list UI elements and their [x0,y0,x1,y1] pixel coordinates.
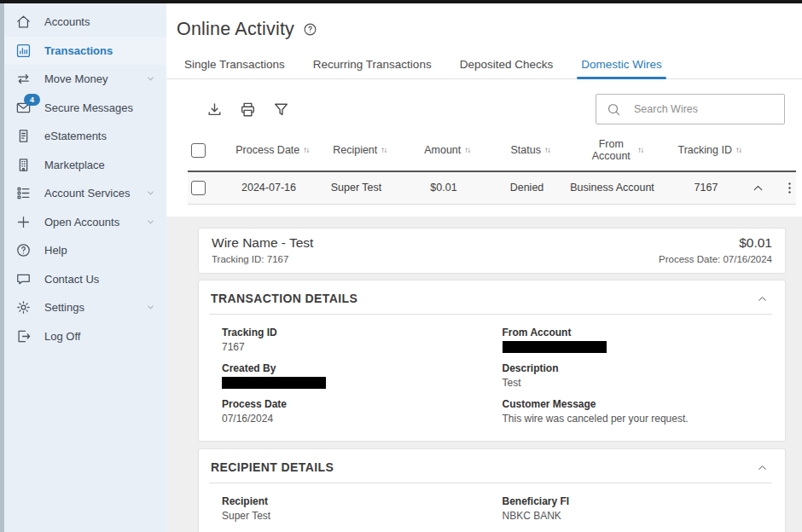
section-recipient-details: RECIPIENT DETAILSRecipientSuper TestBene… [199,449,785,532]
sidebar-item-log-off[interactable]: Log Off [4,322,166,351]
transactions-icon [15,43,32,59]
sidebar-item-transactions[interactable]: Transactions [4,37,166,66]
field-label: Recipient [222,495,492,507]
column-header-status[interactable]: Status↑↓ [494,144,567,156]
help-circle-icon[interactable] [303,22,317,37]
tab-recurring-transactions[interactable]: Recurring Transactions [313,58,432,78]
sidebar-item-open-accounts[interactable]: Open Accounts [4,208,166,237]
sidebar-nav: AccountsTransactionsMove Money4Secure Me… [4,8,166,350]
field-tracking-id: Tracking ID7167 [222,327,492,353]
unread-count-badge: 4 [24,94,40,106]
column-label: From Account [588,138,634,163]
sidebar-item-help[interactable]: Help [4,236,166,265]
page-header: Online Activity [166,3,802,40]
wire-summary-right: $0.01 Process Date: 07/16/2024 [659,235,772,264]
field-label: Beneficiary FI [503,495,773,507]
home-icon [15,14,32,30]
help-icon [15,242,32,258]
field-process-date: Process Date07/16/2024 [222,398,492,425]
tab-deposited-checks[interactable]: Deposited Checks [460,58,554,78]
row-tools [751,181,802,195]
field-label: Description [503,362,773,374]
detail-sections: TRANSACTION DETAILSTracking ID7167From A… [199,280,785,532]
sort-icon: ↑↓ [381,146,386,155]
filter-icon[interactable] [272,101,290,119]
estatements-icon [15,128,32,144]
field-label: Process Date [222,398,492,410]
row-checkbox-cell [188,181,222,195]
sidebar-item-estatements[interactable]: eStatements [4,122,166,151]
column-header-recipient[interactable]: Recipient↑↓ [319,144,400,156]
sort-icon: ↑↓ [544,146,550,155]
wire-summary-left: Wire Name - Test Tracking ID: 7167 [212,235,313,264]
chevron-down-icon [146,303,155,312]
sidebar-item-label: Help [44,244,155,257]
search-icon [606,101,622,118]
sidebar-item-label: eStatements [44,130,155,142]
secure-messages-icon: 4 [15,100,32,116]
wires-table: Process Date↑↓Recipient↑↓Amount↑↓Status↑… [188,135,796,205]
sidebar-item-label: Move Money [44,72,146,85]
table-row[interactable]: 2024-07-16Super Test$0.01DeniedBusiness … [188,172,796,205]
section-fields: RecipientSuper TestBeneficiary FINBKC BA… [209,495,772,532]
column-label: Recipient [333,144,377,156]
activity-toolbar [166,79,802,135]
marketplace-icon [15,157,32,173]
column-header-from-account[interactable]: From Account↑↓ [567,138,665,163]
collapse-row-button[interactable] [751,181,765,195]
move-money-icon [15,71,32,87]
column-header-tracking-id[interactable]: Tracking ID↑↓ [665,144,754,156]
sidebar: AccountsTransactionsMove Money4Secure Me… [0,3,166,532]
collapse-section-button[interactable] [756,461,769,474]
select-all-checkbox[interactable] [191,143,206,158]
cell-amount: $0.01 [397,182,491,194]
row-checkbox[interactable] [191,181,206,195]
search-box[interactable] [596,94,785,124]
account-services-icon [15,185,32,201]
column-label: Tracking ID [678,144,732,156]
column-header-process-date[interactable]: Process Date↑↓ [225,144,319,156]
section-fields: Tracking ID7167From AccountCreated ByDes… [209,327,772,434]
sidebar-item-accounts[interactable]: Accounts [4,8,166,37]
contact-us-icon [15,271,32,287]
tab-single-transactions[interactable]: Single Transactions [184,58,285,78]
sidebar-item-secure-messages[interactable]: 4Secure Messages [4,94,166,123]
logoff-icon [15,328,32,344]
section-title: RECIPIENT DETAILS [211,460,334,474]
chevron-down-icon [146,217,155,227]
field-description: DescriptionTest [503,362,773,389]
section-header: RECIPIENT DETAILS [209,460,772,483]
sidebar-item-settings[interactable]: Settings [4,293,166,322]
sidebar-item-label: Account Services [44,187,146,200]
column-label: Process Date [235,144,299,156]
cell-from-account: Business Account [563,182,661,194]
field-beneficiary-fi: Beneficiary FINBKC BANK [503,495,773,522]
sort-icon: ↑↓ [735,146,741,155]
sidebar-item-marketplace[interactable]: Marketplace [4,151,166,180]
tab-bar: Single TransactionsRecurring Transaction… [166,58,802,79]
collapse-section-button[interactable] [756,292,769,305]
column-label: Amount [424,144,461,156]
sort-icon: ↑↓ [464,146,470,155]
search-input[interactable] [632,102,775,116]
column-header-amount[interactable]: Amount↑↓ [400,144,494,156]
settings-icon [15,299,32,315]
field-recipient: RecipientSuper Test [222,495,492,522]
field-value: 07/16/2024 [222,413,492,425]
cell-recipient: Super Test [316,182,397,194]
download-icon[interactable] [206,101,224,119]
print-icon[interactable] [239,101,257,119]
tab-domestic-wires[interactable]: Domestic Wires [581,58,662,78]
field-value: 7167 [222,341,492,353]
sidebar-item-contact-us[interactable]: Contact Us [4,265,166,294]
sidebar-item-account-services[interactable]: Account Services [4,179,166,208]
sidebar-item-label: Transactions [44,44,155,57]
row-menu-button[interactable] [782,181,797,195]
field-label: From Account [503,327,773,338]
wire-summary-card: Wire Name - Test Tracking ID: 7167 $0.01… [199,228,785,273]
select-all-cell [191,143,225,158]
redacted-value [503,341,607,353]
sidebar-item-label: Open Accounts [44,216,146,228]
sidebar-item-move-money[interactable]: Move Money [4,65,166,94]
page-title: Online Activity [177,19,294,40]
